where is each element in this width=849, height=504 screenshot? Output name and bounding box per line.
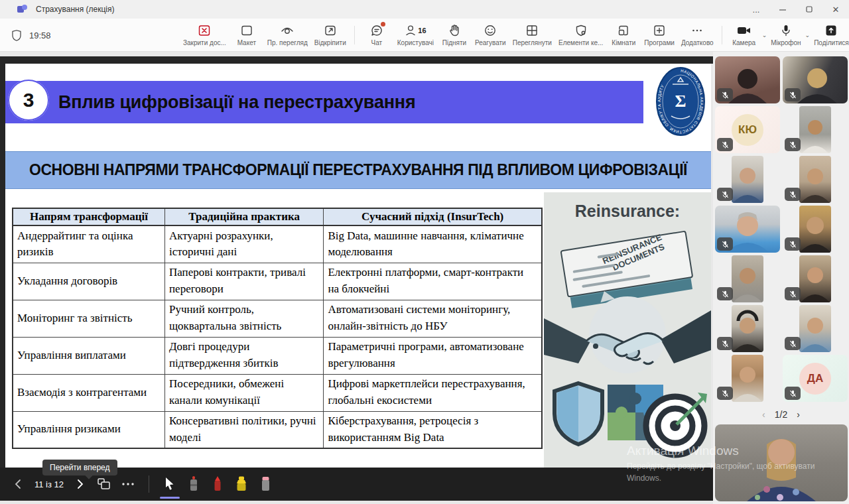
eraser-tool-button[interactable] — [257, 473, 274, 495]
apps-button[interactable]: Програми — [641, 20, 677, 50]
camera-icon — [736, 24, 752, 37]
slide-grid-button[interactable] — [96, 473, 113, 495]
mic-muted-icon — [717, 237, 733, 251]
laser-pointer-icon — [188, 476, 199, 492]
unpin-button[interactable]: Відкріпити — [312, 20, 349, 50]
pen-tool-button[interactable] — [209, 473, 226, 495]
control-elements-button[interactable]: Елементи ке... — [556, 20, 606, 50]
pagination-label: 1/2 — [775, 409, 787, 420]
participant-tile[interactable] — [715, 206, 780, 253]
meeting-toolbar: 19:58 Закрити дос... Макет — [0, 19, 849, 52]
mic-muted-icon — [717, 138, 733, 151]
popout-icon — [324, 24, 337, 37]
participant-tile[interactable] — [783, 206, 848, 253]
table-cell: Електронні платформи, смарт-контракти на… — [324, 263, 542, 300]
raise-hand-button[interactable]: Підняти — [438, 20, 471, 50]
mic-muted-icon — [785, 337, 801, 350]
participant-tile[interactable] — [783, 106, 848, 153]
table-row: Моніторинг та звітність Ручний контроль,… — [13, 300, 542, 337]
laser-pointer-tool-button[interactable] — [185, 473, 202, 495]
participant-initials: КЮ — [732, 114, 763, 146]
table-cell: Взаємодія з контрагентами — [13, 374, 164, 411]
participant-tile[interactable]: ДА — [783, 355, 848, 402]
layout-icon — [240, 24, 253, 37]
table-cell: Параметричні програми, автоматизоване вр… — [324, 337, 542, 374]
participant-tile[interactable] — [715, 355, 780, 402]
layout-button[interactable]: Макет — [230, 20, 263, 50]
teams-icon — [17, 4, 28, 15]
participant-tile[interactable] — [783, 255, 848, 302]
reinsurance-illustration: Reinsurance: REINSURANCE DOCUMENTS — [544, 192, 711, 468]
table-header-cell: Традиційна практика — [164, 208, 323, 225]
table-cell: Ручний контроль, щоквартальна звітність — [164, 300, 323, 337]
react-button[interactable]: Реагувати — [472, 20, 509, 50]
camera-chevron-down-icon[interactable]: ⌄ — [762, 32, 767, 38]
private-view-button[interactable]: Пр. перегляд — [265, 20, 310, 50]
participant-tile[interactable] — [715, 255, 780, 302]
stop-sharing-button[interactable]: Закрити дос... — [180, 20, 229, 50]
participant-tile[interactable] — [783, 56, 848, 103]
slide-frame-left — [0, 56, 5, 501]
view-button[interactable]: Переглянути — [510, 20, 555, 50]
pagination-next-icon[interactable]: › — [797, 409, 800, 420]
slide-subtitle-banner: ОСНОВНІ НАПРЯМИ ТРАНСФОРМАЦІЇ ПЕРЕСТРАХУ… — [5, 151, 711, 189]
pen-icon — [212, 476, 223, 492]
mic-muted-icon — [785, 138, 801, 151]
toolbar-divider — [722, 26, 722, 44]
window-maximize-button[interactable] — [796, 0, 822, 19]
window-close-button[interactable]: ✕ — [822, 0, 849, 19]
share-button[interactable]: Поділитися — [811, 20, 849, 50]
shield-gear-icon — [574, 24, 588, 37]
participant-tile[interactable] — [715, 156, 780, 203]
participants-button[interactable]: 16 Користувачі — [395, 20, 436, 50]
chat-icon — [370, 24, 383, 37]
academy-logo: НАЦІОНАЛЬНА АКАДЕМІЯ СТАТИСТИКИ, ОБЛІКУ … — [651, 64, 710, 139]
mic-muted-icon — [785, 387, 801, 400]
tools-divider — [149, 475, 149, 493]
presentation-stage: Вплив цифровізації на перестрахування 3 … — [0, 52, 713, 504]
microphone-icon — [781, 24, 791, 37]
raised-hand-icon — [448, 24, 460, 37]
table-cell: Андеррайтинг та оцінка ризиків — [13, 225, 164, 263]
close-share-icon — [198, 24, 211, 37]
pointer-tool-button[interactable] — [161, 473, 178, 495]
table-cell: Автоматизовані системи моніторингу, онла… — [324, 300, 542, 337]
highlighter-tool-button[interactable] — [233, 473, 250, 495]
slide-grid-icon — [97, 477, 111, 491]
window-more-button[interactable]: ... — [743, 0, 769, 19]
more-options-button[interactable]: Додатково — [679, 20, 716, 50]
window-minimize-button[interactable] — [769, 0, 796, 19]
table-cell: Big Data, машинне навчання, кліматичне м… — [324, 225, 542, 263]
table-cell: Цифрові маркетплейси перестрахування, гл… — [324, 374, 542, 411]
microphone-button[interactable]: Мікрофон — [768, 20, 803, 50]
participant-tile[interactable] — [783, 305, 848, 352]
pagination-prev-icon[interactable]: ‹ — [762, 409, 765, 420]
slide-subtitle: ОСНОВНІ НАПРЯМИ ТРАНСФОРМАЦІЇ ПЕРЕСТРАХУ… — [29, 161, 687, 179]
microphone-chevron-down-icon[interactable]: ⌄ — [805, 32, 811, 38]
table-row: Управління виплатами Довгі процедури під… — [13, 337, 542, 374]
presenter-video-tile[interactable] — [715, 424, 848, 501]
chat-button[interactable]: Чат — [360, 20, 393, 50]
table-header-row: Напрям трансформації Традиційна практика… — [13, 208, 542, 225]
participant-tile[interactable]: КЮ — [715, 106, 780, 153]
academy-logo-sigma: Σ — [675, 92, 686, 111]
next-slide-tooltip: Перейти вперед — [42, 460, 117, 475]
camera-button[interactable]: Камера — [728, 20, 761, 50]
participants-sidebar: КЮ — [713, 52, 849, 504]
participant-initials: ДА — [799, 363, 831, 395]
slide-title: Вплив цифровізації на перестрахування — [58, 81, 415, 123]
mic-muted-icon — [717, 387, 733, 400]
table-cell: Управління ризиками — [13, 411, 164, 448]
illustration-graphic: REINSURANCE DOCUMENTS — [544, 192, 711, 468]
participant-tile[interactable] — [715, 305, 780, 352]
previous-slide-button[interactable] — [9, 473, 27, 495]
table-cell: Паперові контракти, тривалі переговори — [164, 263, 323, 300]
participant-tile[interactable] — [715, 56, 780, 103]
slide-canvas[interactable]: Вплив цифровізації на перестрахування 3 … — [5, 64, 711, 468]
person-icon — [405, 24, 417, 37]
rooms-button[interactable]: Кімнати — [607, 20, 640, 50]
participant-tile[interactable] — [783, 156, 848, 203]
table-cell: Консервативні політики, ручні моделі — [164, 411, 323, 448]
slide-number-badge: 3 — [8, 80, 49, 121]
presenter-more-button[interactable] — [119, 473, 137, 495]
